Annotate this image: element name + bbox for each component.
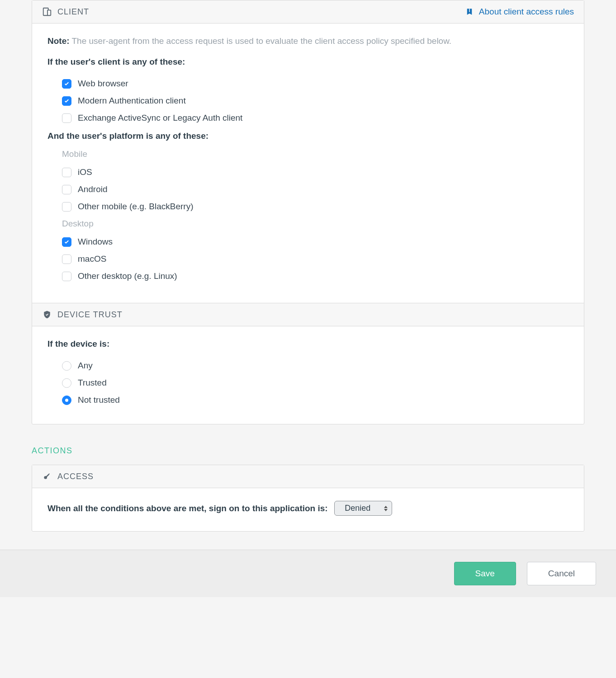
platform-1-1-checkbox[interactable] [62,254,71,264]
access-select[interactable]: Denied [334,501,392,516]
footer-bar: Save Cancel [0,550,616,597]
client-option-0-row: Web browser [47,75,569,92]
client-option-1-checkbox[interactable] [62,96,71,106]
client-panel-body: Note: The user-agent from the access req… [32,24,584,303]
shield-check-icon [42,310,52,320]
device-trust-0-row: Any [47,357,569,374]
platform-0-0-label: iOS [78,167,92,177]
platform-1-0-row: Windows [47,233,569,250]
device-trust-2-row: Not trusted [47,391,569,409]
platform-0-1-label: Android [78,184,108,194]
bookmark-icon [464,7,474,17]
svg-rect-2 [469,9,470,12]
device-trust-1-radio[interactable] [62,378,71,388]
about-client-access-rules-link[interactable]: About client access rules [464,7,574,17]
platform-0-1-checkbox[interactable] [62,185,71,194]
platform-0-2-checkbox[interactable] [62,202,71,212]
platform-0-0-row: iOS [47,164,569,181]
access-panel: ACCESS When all the conditions above are… [32,465,584,532]
device-trust-body: If the device is: AnyTrustedNot trusted [32,326,584,424]
client-option-2-checkbox[interactable] [62,113,71,123]
platform-0-2-row: Other mobile (e.g. BlackBerry) [47,198,569,215]
platform-1-2-checkbox[interactable] [62,272,71,281]
platform-1-1-label: macOS [78,254,106,264]
platform-0-1-row: Android [47,181,569,198]
device-trust-2-radio[interactable] [62,396,71,405]
client-type-heading: If the user's client is any of these: [47,57,569,67]
key-icon [42,471,52,481]
access-title: ACCESS [57,472,94,481]
access-panel-header: ACCESS [32,465,584,488]
client-panel-title: CLIENT [57,7,89,17]
client-option-1-row: Modern Authentication client [47,92,569,109]
platform-group-title: Mobile [62,149,569,159]
devices-icon [42,7,52,17]
platform-group-title: Desktop [62,219,569,229]
client-note: Note: The user-agent from the access req… [47,36,569,46]
platform-1-0-checkbox[interactable] [62,237,71,247]
cancel-button[interactable]: Cancel [527,562,596,585]
about-link-text: About client access rules [479,7,574,17]
platform-0-2-label: Other mobile (e.g. BlackBerry) [78,202,194,212]
actions-section-title: ACTIONS [32,446,584,456]
access-prompt: When all the conditions above are met, s… [47,504,328,513]
client-option-2-label: Exchange ActiveSync or Legacy Auth clien… [78,113,242,123]
device-trust-title: DEVICE TRUST [57,310,123,320]
platform-1-1-row: macOS [47,250,569,268]
device-trust-0-label: Any [78,361,93,371]
device-trust-panel-header: DEVICE TRUST [32,303,584,326]
access-body: When all the conditions above are met, s… [32,488,584,531]
device-trust-heading: If the device is: [47,339,569,349]
device-trust-1-label: Trusted [78,378,107,388]
note-text: The user-agent from the access request i… [72,36,452,46]
platform-0-0-checkbox[interactable] [62,168,71,177]
access-select-wrap: Denied [334,501,392,516]
platform-heading: And the user's platform is any of these: [47,131,569,141]
client-option-2-row: Exchange ActiveSync or Legacy Auth clien… [47,109,569,127]
note-label: Note: [47,36,70,46]
client-panel-header: CLIENT About client access rules [32,0,584,24]
device-trust-1-row: Trusted [47,374,569,391]
platform-1-2-row: Other desktop (e.g. Linux) [47,268,569,285]
client-option-1-label: Modern Authentication client [78,96,186,106]
device-trust-0-radio[interactable] [62,361,71,371]
platform-1-2-label: Other desktop (e.g. Linux) [78,271,177,281]
platform-1-0-label: Windows [78,237,113,247]
client-panel: CLIENT About client access rules Note: T… [32,0,584,424]
svg-rect-1 [47,10,51,15]
device-trust-2-label: Not trusted [78,395,120,405]
client-option-0-checkbox[interactable] [62,79,71,89]
client-option-0-label: Web browser [78,79,128,89]
save-button[interactable]: Save [454,562,516,585]
